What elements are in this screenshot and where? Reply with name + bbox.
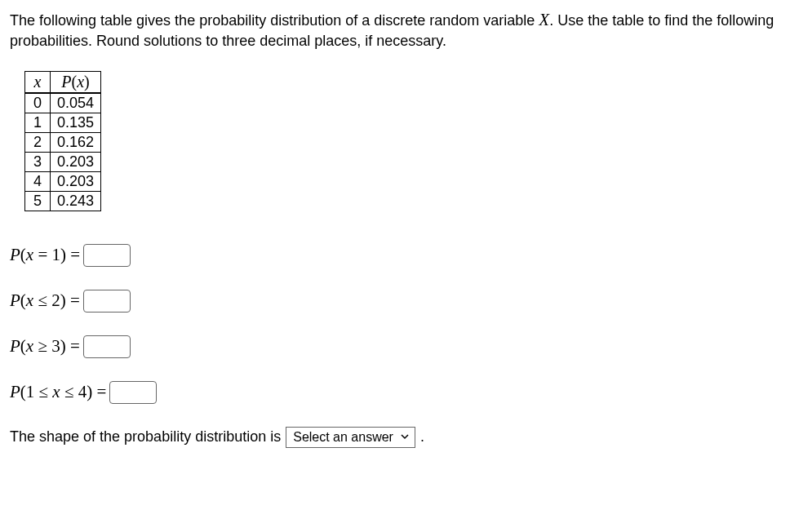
cell-p: 0.203 <box>51 152 101 171</box>
question-label: P(x = 1) = <box>10 245 80 265</box>
cell-x: 2 <box>25 132 51 152</box>
shape-text-before: The shape of the probability distributio… <box>10 428 281 446</box>
cell-x: 4 <box>25 171 51 191</box>
answer-input-q4[interactable] <box>109 381 157 404</box>
table-row: 50.243 <box>25 191 101 211</box>
cell-p: 0.054 <box>51 93 101 113</box>
probability-table: x P(x) 00.054 10.135 20.162 30.203 40.20… <box>24 71 101 211</box>
table-row: 20.162 <box>25 132 101 152</box>
cell-p: 0.135 <box>51 113 101 132</box>
intro-x-symbol: X <box>539 10 549 29</box>
question-label: P(1 ≤ x ≤ 4) = <box>10 382 106 402</box>
table-row: 40.203 <box>25 171 101 191</box>
table-row: 00.054 <box>25 93 101 113</box>
table-header-x: x <box>25 71 51 93</box>
table-header-row: x P(x) <box>25 71 101 93</box>
cell-p: 0.243 <box>51 191 101 211</box>
question-label: P(x ≥ 3) = <box>10 336 80 357</box>
chevron-down-icon <box>400 432 410 443</box>
answer-input-q3[interactable] <box>83 335 131 358</box>
table-header-px: P(x) <box>51 71 101 93</box>
question-p-x-le-2: P(x ≤ 2) = <box>10 290 780 313</box>
table-row: 30.203 <box>25 152 101 171</box>
cell-x: 3 <box>25 152 51 171</box>
table-row: 10.135 <box>25 113 101 132</box>
cell-p: 0.203 <box>51 171 101 191</box>
shape-question: The shape of the probability distributio… <box>10 427 780 448</box>
shape-text-after: . <box>420 428 424 446</box>
question-p-x-ge-3: P(x ≥ 3) = <box>10 335 780 358</box>
intro-text: The following table gives the probabilit… <box>10 8 780 51</box>
answer-input-q1[interactable] <box>83 244 131 267</box>
cell-p: 0.162 <box>51 132 101 152</box>
cell-x: 5 <box>25 191 51 211</box>
cell-x: 1 <box>25 113 51 132</box>
question-label: P(x ≤ 2) = <box>10 290 80 311</box>
question-p-x-equals-1: P(x = 1) = <box>10 244 780 267</box>
answer-input-q2[interactable] <box>83 290 131 313</box>
cell-x: 0 <box>25 93 51 113</box>
shape-select[interactable]: Select an answer <box>286 427 415 448</box>
shape-select-label: Select an answer <box>293 430 393 445</box>
intro-before: The following table gives the probabilit… <box>10 12 539 29</box>
question-p-1-le-x-le-4: P(1 ≤ x ≤ 4) = <box>10 381 780 404</box>
